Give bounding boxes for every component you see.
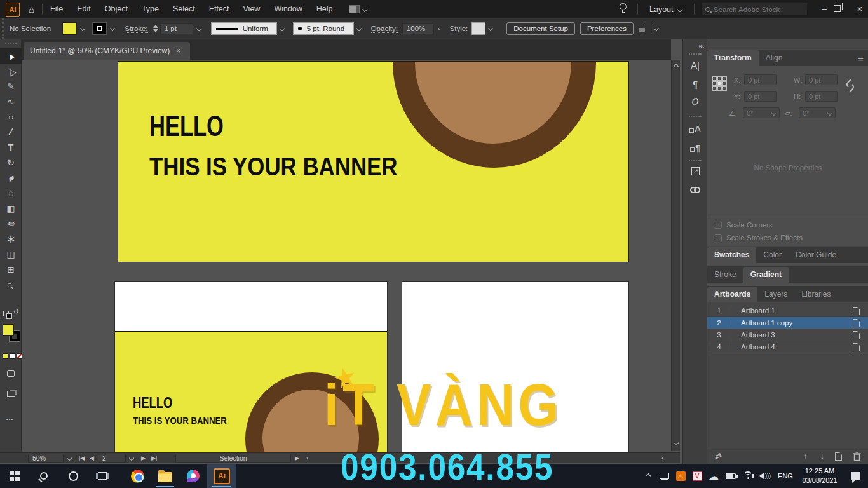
minimize-button[interactable]: – <box>816 0 832 18</box>
stroke-weight-field[interactable]: 1 pt <box>160 23 193 34</box>
tab-transform[interactable]: Transform <box>707 50 759 66</box>
stroke-weight-chevron-icon[interactable] <box>196 26 201 31</box>
artboard-row-4[interactable]: 4 Artboard 4 <box>707 341 868 353</box>
artboard-tool[interactable]: ⊞ <box>0 262 22 277</box>
menu-window[interactable]: Window <box>267 0 309 18</box>
w-field[interactable]: 0 pt <box>805 74 838 85</box>
paint3d-icon[interactable] <box>179 464 207 488</box>
cortana-icon[interactable] <box>58 464 88 488</box>
artboard-page-icon[interactable] <box>853 307 860 315</box>
width-profile-chevron-icon[interactable] <box>279 26 284 31</box>
zoom-tool[interactable]: ○ <box>0 277 22 292</box>
artboard-row-1[interactable]: 1 Artboard 1 <box>707 305 868 317</box>
swap-fill-stroke-icon[interactable]: ↺ <box>3 309 18 318</box>
tab-libraries[interactable]: Libraries <box>794 287 837 302</box>
rotate-tool[interactable]: ↻ <box>0 155 22 170</box>
volume-tray-icon[interactable]: ))) <box>756 464 774 488</box>
gradient-tool[interactable]: ◧ <box>0 201 22 216</box>
move-up-icon[interactable]: ↑ <box>804 451 808 461</box>
rearrange-artboards-icon[interactable]: ⇄ <box>714 451 723 462</box>
align-glyphs-icon[interactable] <box>642 25 658 32</box>
move-down-icon[interactable]: ↓ <box>820 451 825 461</box>
edit-toolbar-ellipsis[interactable]: … <box>6 413 15 422</box>
symbol-sprayer-tool[interactable]: ∗ <box>0 231 22 247</box>
menu-view[interactable]: View <box>236 0 268 18</box>
banner-subheading[interactable]: THIS IS YOUR BANNER <box>149 152 441 182</box>
stroke-weight-stepper[interactable] <box>153 25 158 32</box>
workspace-dropdown[interactable]: Layout <box>649 0 682 18</box>
scale-corners-option[interactable]: Scale Corners <box>715 221 773 229</box>
preferences-button[interactable]: Preferences <box>580 22 634 35</box>
menu-effect[interactable]: Effect <box>202 0 236 18</box>
menu-type[interactable]: Type <box>135 0 166 18</box>
vertical-scrollbar[interactable] <box>671 60 680 451</box>
java-tray-icon[interactable]: ♨ <box>672 464 689 488</box>
menu-edit[interactable]: Edit <box>70 0 98 18</box>
hscroll-right-icon[interactable]: › <box>661 454 663 461</box>
links-panel-icon[interactable] <box>683 184 707 195</box>
character-panel-icon[interactable]: A| <box>683 60 707 71</box>
color-button[interactable] <box>3 353 8 359</box>
style-swatch[interactable] <box>471 22 485 35</box>
close-button[interactable]: × <box>851 0 868 18</box>
opacity-label[interactable]: Opacity: <box>371 25 398 33</box>
tab-color[interactable]: Color <box>756 247 789 263</box>
opacity-field[interactable]: 100% <box>402 23 434 34</box>
artboard-page-icon[interactable] <box>853 331 860 339</box>
eyedropper-tool[interactable]: ✎ <box>0 216 22 231</box>
shear-field[interactable]: 0° <box>799 107 836 118</box>
fill-chevron-icon[interactable] <box>80 26 85 31</box>
toolbar-grip[interactable] <box>5 43 17 44</box>
stroke-label[interactable]: Stroke: <box>125 25 147 33</box>
battery-tray-icon[interactable] <box>722 464 740 488</box>
tab-artboards[interactable]: Artboards <box>707 287 757 302</box>
paragraph-styles-panel-icon[interactable]: ¶ <box>683 142 707 153</box>
hscroll-left-icon[interactable]: ‹ <box>306 454 309 461</box>
action-center-icon[interactable] <box>843 464 868 488</box>
menu-file[interactable]: File <box>43 0 70 18</box>
zoom-chevron-icon[interactable] <box>67 456 72 461</box>
language-indicator[interactable]: ENG <box>774 464 797 488</box>
artboard-row-2-selected[interactable]: 2 Artboard 1 copy <box>707 317 868 329</box>
menu-help[interactable]: Help <box>309 0 340 18</box>
brush-dropdown[interactable]: 5 pt. Round <box>293 22 354 35</box>
taskbar-search-icon[interactable] <box>29 464 58 488</box>
scroll-up-icon[interactable] <box>674 64 679 69</box>
prev-artboard-icon[interactable]: ◀ <box>90 455 94 461</box>
tab-color-guide[interactable]: Color Guide <box>789 247 843 263</box>
artboard-chevron-icon[interactable] <box>129 456 134 461</box>
chrome-icon[interactable] <box>123 464 151 488</box>
gradient-button[interactable] <box>10 353 15 359</box>
zoom-level-field[interactable]: 50% <box>28 454 64 463</box>
panel-grip[interactable] <box>2 18 7 39</box>
scroll-down-icon[interactable] <box>674 440 679 445</box>
banner-heading[interactable]: HELLO <box>149 109 248 143</box>
opentype-panel-icon[interactable]: O <box>683 97 707 107</box>
tab-swatches[interactable]: Swatches <box>707 247 756 263</box>
tab-stroke[interactable]: Stroke <box>707 267 743 283</box>
shaper-tool[interactable]: ◌ <box>0 186 22 201</box>
paintbrush-tool[interactable]: ⁄ <box>0 125 22 140</box>
artboard-row-3[interactable]: 3 Artboard 3 <box>707 329 868 341</box>
collapse-panels-icon[interactable]: «« <box>698 43 703 50</box>
delete-artboard-icon[interactable] <box>853 452 861 461</box>
illustrator-taskbar-icon[interactable]: Ai <box>207 464 236 488</box>
lightbulb-icon[interactable] <box>620 3 627 15</box>
style-chevron-icon[interactable] <box>488 26 493 31</box>
stroke-color-swatch[interactable] <box>92 22 107 35</box>
export-panel-icon[interactable]: ↗ <box>683 166 707 177</box>
tab-close-icon[interactable]: × <box>176 46 180 55</box>
search-input[interactable] <box>714 6 796 13</box>
selection-tool[interactable]: ▲ <box>0 48 22 64</box>
artboard-row-name[interactable]: Artboard 1 <box>731 307 853 315</box>
brush-chevron-icon[interactable] <box>356 26 361 31</box>
file-explorer-icon[interactable] <box>151 464 179 488</box>
scale-corners-checkbox[interactable] <box>715 222 722 229</box>
status-expand-icon[interactable]: ▶ <box>295 455 299 461</box>
direct-selection-tool[interactable]: △ <box>0 64 22 79</box>
tab-align[interactable]: Align <box>759 50 790 66</box>
document-tab[interactable]: Untitled-1* @ 50% (CMYK/GPU Preview) × <box>24 42 190 60</box>
h-field[interactable]: 0 pt <box>805 91 838 102</box>
rotate-field[interactable]: 0° <box>743 107 780 118</box>
status-tool-field[interactable]: Selection <box>175 454 291 463</box>
